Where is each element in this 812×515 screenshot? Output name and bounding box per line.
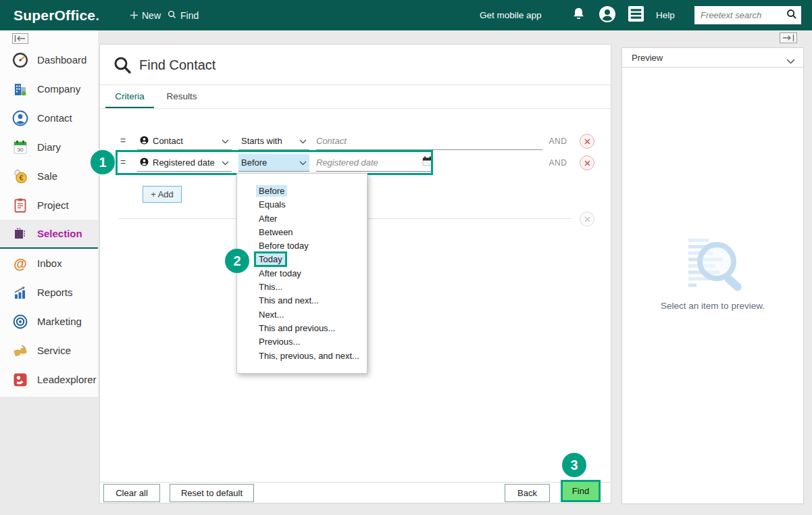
dropdown-option-between[interactable]: Between [237,226,367,239]
dropdown-option-this[interactable]: This... [237,280,367,294]
field-select-registered-date[interactable]: Registered date [137,154,232,172]
svg-text:€: € [19,174,23,182]
freetext-search-input[interactable] [701,10,786,20]
criteria-row-2: = Registered date Before AND [100,154,611,173]
sidebar-item-label: Dashboard [37,54,86,66]
sidebar-item-company[interactable]: Company [0,74,98,103]
dropdown-option-this-previous-and-next[interactable]: This, previous, and next... [237,349,367,363]
sidebar-item-label: Marketing [37,316,82,327]
remove-criteria-icon[interactable] [580,134,594,149]
footer-divider [100,482,611,483]
operator-select-before[interactable]: Before [238,154,309,172]
sidebar-item-diary[interactable]: 30 Diary [0,132,98,162]
inbox-icon: @ [12,255,28,272]
dropdown-option-next[interactable]: Next... [237,308,367,322]
step-badge-1: 1 [91,150,115,174]
new-menu-button[interactable]: New [130,0,161,30]
reset-to-default-button[interactable]: Reset to default [170,484,254,502]
service-icon [12,343,28,359]
criteria-value-input[interactable] [316,136,542,146]
main-menu-button[interactable] [628,0,644,30]
remove-criteria-icon-disabled [580,212,594,226]
sidebar-item-inbox[interactable]: @ Inbox [0,249,98,278]
sidebar-item-project[interactable]: Project [0,191,98,220]
chevron-down-icon [299,136,307,146]
dropdown-option-equals[interactable]: Equals [237,198,367,212]
criteria-date-input[interactable] [316,157,422,168]
sidebar-item-label: Leadexplorer [37,374,97,385]
field-select-contact[interactable]: Contact [137,132,232,150]
sidebar-item-label: Contact [37,112,72,124]
dropdown-option-before[interactable]: Before [237,185,367,198]
leadexplorer-icon [12,372,28,388]
tab-results[interactable]: Results [159,85,204,108]
find-menu-button[interactable]: Find [168,0,199,30]
back-button[interactable]: Back [505,484,550,502]
dashboard-icon [12,52,28,68]
dropdown-option-today[interactable]: Today [237,253,367,266]
sidebar-item-contact[interactable]: Contact [0,103,98,132]
svg-text:@: @ [14,255,27,270]
sidebar-item-label: Company [37,83,80,95]
new-menu-label: New [142,10,161,21]
chevron-down-icon [222,136,229,146]
sidebar-item-marketing[interactable]: Marketing [0,307,98,336]
bell-icon [572,6,586,24]
dropdown-option-previous[interactable]: Previous... [237,335,367,349]
reports-icon [12,285,28,301]
notifications-button[interactable] [572,0,586,30]
find-menu-label: Find [180,10,199,21]
get-mobile-app-link[interactable]: Get mobile app [480,0,542,30]
superoffice-logo[interactable]: SuperOffice. [14,0,99,30]
operator-select-value: Before [241,157,295,168]
value-input-wrap [316,154,433,172]
operator-select-starts-with[interactable]: Starts with [238,132,309,150]
logo-dot: . [95,7,99,23]
dropdown-option-this-and-previous[interactable]: This and previous... [237,322,367,335]
company-icon [12,81,28,97]
user-account-button[interactable] [599,0,616,30]
help-link[interactable]: Help [656,0,675,30]
diary-icon: 30 [12,139,28,155]
step-badge-3: 3 [562,453,586,477]
dropdown-option-after-today[interactable]: After today [237,267,367,280]
tabs-row: Criteria Results [100,85,611,109]
equals-operator: = [120,157,126,168]
sidebar-item-label: Sale [37,170,57,182]
sidebar-item-dashboard[interactable]: Dashboard [0,45,98,74]
sidebar-item-label: Project [37,199,69,211]
sidebar-item-label: Diary [37,141,61,153]
sidebar: Dashboard Company Contact 30 Diary € Sal… [0,30,98,397]
find-button[interactable]: Find [561,480,601,502]
sidebar-item-sale[interactable]: € Sale [0,162,98,191]
sidebar-item-reports[interactable]: Reports [0,278,98,307]
remove-criteria-icon[interactable] [580,155,594,170]
add-criteria-button[interactable]: + Add [143,186,182,203]
sidebar-item-selection[interactable]: Selection [0,220,98,249]
criteria-row-1: = Contact Starts with AND [100,132,611,151]
dropdown-option-after[interactable]: After [237,212,367,226]
preview-header[interactable]: Preview [622,48,803,68]
chevron-down-icon [299,157,307,168]
app-window: SuperOffice. New Find Get mobile app Hel… [0,0,812,515]
dropdown-option-this-and-next[interactable]: This and next... [237,294,367,308]
sidebar-item-label: Service [37,345,71,356]
tab-criteria[interactable]: Criteria [105,85,154,108]
sidebar-item-leadexplorer[interactable]: Leadexplorer [0,365,98,394]
chevron-down-icon[interactable] [786,55,795,67]
collapse-sidebar-icon[interactable] [12,33,28,47]
sidebar-item-service[interactable]: Service [0,336,98,365]
topbar: SuperOffice. New Find Get mobile app Hel… [0,0,812,30]
calendar-icon[interactable] [422,156,433,169]
preview-empty-illustration [672,236,753,301]
clear-all-button[interactable]: Clear all [103,484,160,502]
page-title: Find Contact [139,45,215,85]
field-select-value: Registered date [153,157,218,168]
logo-text: SuperOffice [14,7,95,23]
dropdown-option-before-today[interactable]: Before today [237,239,367,253]
search-icon[interactable] [786,9,797,22]
collapse-preview-icon[interactable] [780,32,797,46]
panel-header: Find Contact [100,45,611,85]
search-icon [168,10,176,21]
search-icon [113,56,132,77]
